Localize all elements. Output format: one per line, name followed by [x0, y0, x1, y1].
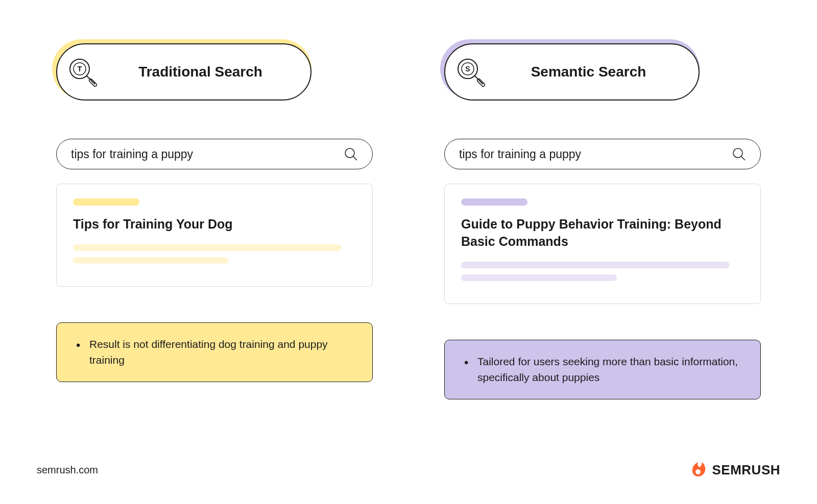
footer-url: semrush.com: [37, 464, 98, 476]
comparison-columns: T Traditional Search tips for training a…: [56, 43, 761, 399]
svg-text:S: S: [465, 65, 470, 73]
svg-text:T: T: [78, 65, 82, 73]
svg-point-12: [733, 148, 742, 158]
semrush-brand-text: SEMRUSH: [712, 462, 780, 478]
traditional-header: T Traditional Search: [56, 43, 311, 100]
result-title: Guide to Puppy Behavior Training: Beyond…: [461, 216, 744, 250]
result-url-placeholder: [461, 198, 527, 206]
semrush-flame-icon: [688, 460, 708, 480]
svg-line-6: [353, 157, 357, 160]
search-query-text: tips for training a puppy: [71, 147, 193, 161]
traditional-result-card: Tips for Training Your Dog: [56, 184, 373, 287]
result-title: Tips for Training Your Dog: [73, 216, 356, 233]
search-icon: S: [455, 57, 486, 87]
result-desc-placeholder: [73, 257, 229, 264]
result-desc-placeholder: [73, 244, 342, 251]
traditional-title: Traditional Search: [111, 64, 310, 80]
svg-line-13: [741, 157, 745, 160]
callout-text: Tailored for users seeking more than bas…: [463, 354, 745, 386]
callout-text: Result is not differentiating dog traini…: [75, 336, 357, 368]
semantic-column: S Semantic Search tips for training a pu…: [444, 43, 761, 399]
svg-point-5: [345, 148, 354, 158]
search-icon: [344, 147, 358, 161]
result-desc-placeholder: [461, 262, 730, 268]
search-query-text: tips for training a puppy: [459, 147, 581, 161]
result-desc-placeholder: [461, 274, 617, 281]
semantic-header: S Semantic Search: [444, 43, 700, 100]
semantic-result-card: Guide to Puppy Behavior Training: Beyond…: [444, 184, 761, 304]
search-icon: T: [67, 57, 98, 87]
traditional-search-bar: tips for training a puppy: [56, 139, 373, 169]
semantic-search-bar: tips for training a puppy: [444, 139, 761, 169]
semrush-logo: SEMRUSH: [688, 460, 780, 480]
svg-point-14: [695, 469, 701, 474]
search-icon: [732, 147, 746, 161]
semantic-callout: Tailored for users seeking more than bas…: [444, 340, 761, 399]
footer: semrush.com SEMRUSH: [37, 460, 780, 480]
result-url-placeholder: [73, 198, 139, 206]
semantic-title: Semantic Search: [499, 64, 699, 80]
traditional-callout: Result is not differentiating dog traini…: [56, 322, 373, 382]
traditional-column: T Traditional Search tips for training a…: [56, 43, 373, 399]
